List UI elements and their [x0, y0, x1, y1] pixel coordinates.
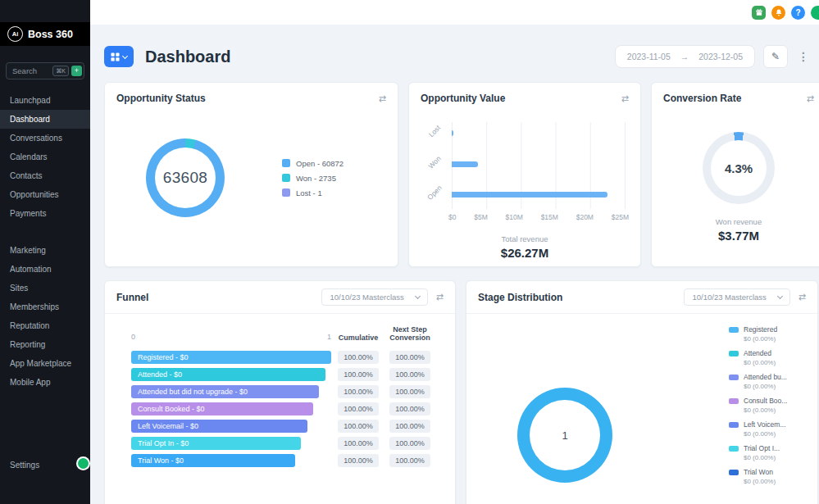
- sidebar-item-sites[interactable]: Sites: [0, 279, 90, 297]
- funnel-row: Trial Opt In - $0100.00%100.00%: [131, 437, 447, 450]
- sidebar-item-opportunities[interactable]: Opportunities: [0, 185, 90, 204]
- stage-select[interactable]: 10/10/23 Masterclass: [684, 288, 789, 306]
- brand-mark-icon: Ai: [7, 26, 23, 42]
- chevron-down-icon: [777, 293, 783, 299]
- sidebar-item-app-marketplace[interactable]: App Marketplace: [0, 354, 90, 373]
- funnel-select[interactable]: 10/10/23 Masterclass: [321, 288, 427, 306]
- legend-label: Won - 2735: [296, 174, 336, 183]
- page-title: Dashboard: [145, 48, 230, 66]
- funnel-row: Trial Won - $0100.00%100.00%: [131, 454, 447, 467]
- conversion-rate-card: Conversion Rate ⇄ 4.3% Won revenue $3.77…: [651, 82, 819, 267]
- card-header: Stage Distribution 10/10/23 Masterclass …: [466, 281, 817, 314]
- cumulative-value: 100.00%: [338, 368, 379, 381]
- legend-swatch-icon: [729, 327, 739, 333]
- bar-row: Lost: [452, 130, 625, 136]
- chart-toggle-icon[interactable]: ⇄: [621, 93, 629, 104]
- legend-swatch-icon: [729, 351, 739, 356]
- select-value: 10/10/23 Masterclass: [330, 293, 403, 302]
- funnel-bar[interactable]: Attended but did not upgrade - $0: [131, 385, 319, 398]
- card-header: Conversion Rate ⇄: [652, 83, 819, 111]
- x-axis-tick: $15M: [541, 213, 558, 221]
- arrow-right-icon: →: [680, 52, 689, 61]
- cards-row-1: Opportunity Status ⇄ 63608 Open - 60872W…: [104, 82, 819, 267]
- status-donut-chart: 63608: [146, 138, 225, 217]
- sidebar-item-reporting[interactable]: Reporting: [0, 335, 90, 354]
- card-footer: Total revenue $26.27M: [409, 234, 640, 260]
- cards-row-2: Funnel 10/10/23 Masterclass ⇄ 0: [104, 280, 819, 504]
- funnel-row: Consult Booked - $0100.00%100.00%: [131, 402, 447, 415]
- funnel-bar[interactable]: Trial Opt In - $0: [131, 437, 301, 450]
- status-legend-item: Lost - 1: [282, 188, 344, 198]
- app-window: Ai Boss 360 ⌘K + LaunchpadDashboardConve…: [0, 0, 819, 504]
- legend-swatch-icon: [282, 174, 290, 182]
- funnel-bar[interactable]: Consult Booked - $0: [131, 402, 313, 415]
- footer-label: Total revenue: [409, 234, 640, 243]
- next-step-conversion-value: 100.00%: [389, 454, 430, 467]
- date-range-picker[interactable]: 2023-11-05 → 2023-12-05: [615, 45, 755, 68]
- sidebar-item-automation[interactable]: Automation: [0, 260, 90, 279]
- x-axis-tick: $0: [448, 213, 456, 221]
- sidebar-item-launchpad[interactable]: Launchpad: [0, 91, 90, 110]
- funnel-bar-track: Trial Won - $0: [131, 454, 331, 467]
- sidebar-item-marketing[interactable]: Marketing: [0, 241, 90, 260]
- funnel-row: Attended - $0100.00%100.00%: [131, 368, 447, 381]
- more-options-icon[interactable]: ⋮: [796, 50, 811, 63]
- stage-donut-chart: 1: [517, 388, 612, 483]
- stage-body: 1 Registered$0 (0.00%)Attended$0 (0.00%)…: [466, 314, 817, 504]
- page-header: Dashboard 2023-11-05 → 2023-12-05 ✎ ⋮: [104, 43, 819, 70]
- sidebar-item-reputation[interactable]: Reputation: [0, 316, 90, 335]
- dashboard-switcher-button[interactable]: [104, 46, 134, 67]
- next-step-conversion-value: 100.00%: [389, 368, 430, 381]
- stage-legend-item: Left Voicem...$0 (0.00%): [729, 420, 809, 438]
- stage-legend-item: Trial Opt I...$0 (0.00%): [729, 444, 809, 461]
- x-axis-tick: $5M: [474, 213, 488, 221]
- chart-toggle-icon[interactable]: ⇄: [799, 292, 806, 302]
- gift-icon[interactable]: [752, 6, 766, 20]
- sidebar-item-conversations[interactable]: Conversations: [0, 129, 90, 148]
- x-axis-tick: $25M: [612, 213, 629, 221]
- sidebar-item-memberships[interactable]: Memberships: [0, 297, 90, 316]
- sidebar-item-dashboard[interactable]: Dashboard: [0, 110, 90, 129]
- footer-label: Won revenue: [716, 217, 762, 226]
- legend-label: Registered: [744, 325, 777, 334]
- edit-dashboard-button[interactable]: ✎: [763, 45, 788, 68]
- card-footer: Won revenue $3.77M: [716, 217, 762, 243]
- help-icon[interactable]: ?: [791, 6, 805, 20]
- funnel-bar-track: Attended - $0: [131, 368, 331, 381]
- card-header: Funnel 10/10/23 Masterclass ⇄: [105, 281, 455, 314]
- card-header: Opportunity Value ⇄: [409, 83, 640, 111]
- chat-widget-button[interactable]: [78, 458, 89, 469]
- conversion-percent: 4.3%: [711, 140, 767, 196]
- column-header-cumulative: Cumulative: [333, 334, 384, 342]
- card-title: Opportunity Value: [421, 93, 505, 104]
- funnel-bar-track: Consult Booked - $0: [131, 402, 331, 415]
- funnel-bar[interactable]: Trial Won - $0: [131, 454, 295, 467]
- legend-label: Attended: [744, 349, 776, 357]
- legend-label: Attended bu...: [744, 373, 787, 381]
- pencil-icon: ✎: [771, 51, 780, 62]
- axis-start: 0: [131, 333, 135, 341]
- chart-toggle-icon[interactable]: ⇄: [807, 93, 814, 104]
- sidebar-item-settings[interactable]: Settings: [0, 456, 90, 474]
- sidebar-item-contacts[interactable]: Contacts: [0, 166, 90, 185]
- chart-toggle-icon[interactable]: ⇄: [436, 292, 444, 302]
- quick-add-button[interactable]: +: [71, 66, 82, 76]
- cumulative-value: 100.00%: [338, 420, 379, 433]
- funnel-bar[interactable]: Left Voicemail - $0: [131, 420, 307, 433]
- funnel-bar[interactable]: Attended - $0: [131, 368, 325, 381]
- stage-legend: Registered$0 (0.00%)Attended$0 (0.00%)At…: [729, 325, 809, 492]
- sidebar-item-mobile-app[interactable]: Mobile App: [0, 373, 90, 392]
- chart-toggle-icon[interactable]: ⇄: [379, 93, 386, 104]
- card-header-controls: 10/10/23 Masterclass ⇄: [684, 288, 806, 306]
- funnel-table-head: 0 1 Cumulative Next Step Conversion: [131, 325, 447, 343]
- topbar: ?: [90, 0, 819, 25]
- stage-center-value: 1: [530, 400, 600, 470]
- status-icon[interactable]: [811, 6, 819, 20]
- brand-name: Boss 360: [28, 29, 73, 40]
- funnel-bar[interactable]: Registered - $0: [131, 351, 331, 364]
- sidebar-item-calendars[interactable]: Calendars: [0, 148, 90, 166]
- legend-swatch-icon: [282, 159, 290, 167]
- sidebar-item-payments[interactable]: Payments: [0, 204, 90, 223]
- notifications-bell-icon[interactable]: [771, 6, 785, 20]
- value-bar-won: [452, 161, 478, 167]
